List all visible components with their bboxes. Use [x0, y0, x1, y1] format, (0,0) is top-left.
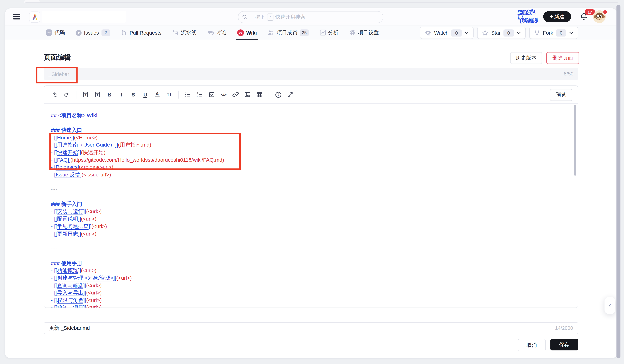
italic-icon[interactable]: I [115, 86, 128, 103]
chevron-down-icon [517, 31, 521, 34]
chevron-down-icon [465, 31, 469, 34]
hamburger-menu-icon[interactable] [13, 14, 20, 20]
editor-line[interactable]: - [[Home]](<Home>) [51, 134, 570, 141]
chat-icon [207, 29, 214, 36]
editor-scrollbar[interactable] [574, 105, 576, 176]
editor-line[interactable]: - [[用户指南（User Guide）]](用户指南.md) [51, 142, 570, 149]
help-icon[interactable]: ? [272, 86, 284, 103]
editor-blank-line[interactable] [51, 193, 570, 201]
commit-message-input[interactable]: 更新 _Sidebar.md 14/2000 [44, 322, 578, 334]
search-icon [238, 11, 251, 23]
svg-text:2: 2 [97, 94, 98, 97]
history-version-button[interactable]: 历史版本 [510, 52, 542, 64]
search-placeholder-prefix: 按下 [255, 14, 265, 21]
editor-line[interactable]: - [[导入与导出]](<url>) [51, 289, 570, 297]
editor-line[interactable]: ### 使用手册 [51, 260, 570, 267]
editor-line[interactable]: - [[快速开始]](快速开始) [51, 149, 570, 156]
editor-line[interactable]: - [Releases](<release-url>) [51, 164, 570, 171]
underline-icon[interactable]: U [139, 86, 151, 103]
gitcode-logo[interactable] [29, 11, 40, 23]
fork-button[interactable]: Fork 0 [529, 27, 578, 39]
delete-page-button[interactable]: 删除页面 [546, 52, 579, 64]
developer-support-program-badge[interactable]: 开发者超级 扶持计划 [518, 10, 540, 23]
editor-line[interactable]: - [[配置说明]](<url>) [51, 216, 570, 223]
editor-blank-line[interactable] [51, 252, 570, 260]
page-title: 页面编辑 [44, 53, 71, 62]
strikethrough-icon[interactable]: S [127, 86, 139, 103]
issue-icon [76, 30, 81, 35]
tab-label: 代码 [54, 29, 65, 36]
new-button[interactable]: + 新建 [543, 11, 571, 22]
heading-2-icon[interactable]: 2 [92, 86, 104, 103]
image-icon[interactable] [241, 86, 254, 103]
page-name-input[interactable]: _Sidebar 8/50 [44, 68, 578, 80]
tab-pipelines[interactable]: 流水线 [172, 25, 196, 40]
link-icon[interactable] [230, 86, 242, 103]
collapse-panel-button[interactable]: ‹ [604, 297, 615, 314]
editor-line[interactable]: - [[更新日志]](<url>) [51, 230, 570, 238]
editor-line[interactable]: ### 快速入口 [51, 127, 570, 134]
editor-line[interactable]: ## <项目名称> Wiki [51, 112, 570, 119]
tab-label: Wiki [246, 30, 257, 35]
editor-line[interactable]: - [[查询与筛选]](<url>) [51, 282, 570, 289]
code-icon[interactable]: </> [218, 86, 230, 103]
tab-code[interactable]: <> 代码 [46, 25, 65, 40]
bold-icon[interactable]: B [104, 86, 115, 103]
table-icon[interactable] [254, 86, 265, 103]
editor-blank-line[interactable] [51, 238, 570, 245]
promo-line-2: 扶持计划 [520, 18, 538, 23]
editor-line[interactable]: --- [51, 245, 570, 252]
editor-content[interactable]: ## <项目名称> Wiki ### 快速入口- [[Home]](<Home>… [44, 103, 578, 308]
page-name-char-counter: 8/50 [564, 68, 573, 80]
toolbar-divider [269, 91, 269, 99]
redo-icon[interactable] [61, 86, 73, 103]
tab-settings[interactable]: 项目设置 [349, 25, 379, 40]
task-list-icon[interactable] [206, 86, 218, 103]
editor-line[interactable]: - [[通知与消息]](<url>) [51, 304, 570, 308]
heading-1-icon[interactable]: 1 [79, 86, 92, 103]
commit-message-value: 更新 _Sidebar.md [49, 323, 90, 334]
svg-text:1: 1 [85, 94, 86, 97]
editor-line[interactable]: - [[权限与角色]](<url>) [51, 297, 570, 304]
star-button[interactable]: Star 0 [477, 27, 526, 39]
font-size-icon[interactable]: тT [163, 86, 175, 103]
tab-analytics[interactable]: 分析 [319, 25, 339, 40]
repo-tabs: <> 代码 Issues 2 Pull Requests 流水线 [46, 25, 379, 40]
editor-blank-line[interactable] [51, 179, 570, 186]
tab-label: 分析 [328, 29, 338, 36]
tab-wiki[interactable]: W Wiki [237, 25, 257, 40]
editor-toolbar: 12BISUAтT123</>? 预览 [44, 86, 578, 104]
avatar-status-dot [603, 10, 607, 14]
page-scrollbar[interactable] [617, 5, 621, 358]
editor-line[interactable]: ### 新手入门 [51, 201, 570, 208]
editor-line[interactable]: - [[功能概览]](<url>) [51, 267, 570, 274]
fullscreen-icon[interactable] [284, 86, 296, 103]
undo-icon[interactable] [49, 86, 61, 103]
editor-line[interactable]: - [[创建与管理 <对象/资源>]](<url>) [51, 275, 570, 282]
repo-tabbar: <> 代码 Issues 2 Pull Requests 流水线 [5, 25, 617, 40]
tab-members[interactable]: 项目成员 25 [268, 25, 309, 40]
tab-label: Pull Requests [130, 30, 161, 35]
tab-issues[interactable]: Issues 2 [76, 25, 110, 40]
editor-line[interactable]: - [Issue 反馈](<issue-url>) [51, 171, 570, 179]
pull-request-icon [121, 29, 127, 36]
tab-discussions[interactable]: 讨论 [207, 25, 226, 40]
watch-icon [424, 30, 431, 36]
project-name-placeholder [42, 11, 126, 23]
editor-line[interactable]: --- [51, 186, 570, 193]
bulleted-list-icon[interactable] [182, 86, 194, 103]
pipeline-icon [172, 29, 179, 36]
editor-line[interactable]: - [[FAQ]](https://gitcode.com/Hello_worl… [51, 157, 570, 164]
editor-line[interactable]: - [[常见问题排查]](<url>) [51, 223, 570, 230]
editor-line[interactable]: - [[安装与运行]](<url>) [51, 208, 570, 215]
preview-button[interactable]: 预览 [550, 89, 572, 101]
font-color-icon[interactable]: A [151, 86, 163, 103]
cancel-button[interactable]: 取消 [518, 339, 546, 351]
watch-button[interactable]: Watch 0 [420, 27, 473, 39]
numbered-list-icon[interactable]: 123 [194, 86, 206, 103]
save-button[interactable]: 保存 [550, 339, 578, 350]
global-search-input[interactable]: 按下 / 快速开启搜索 [238, 11, 383, 23]
analytics-icon [319, 29, 326, 36]
tab-pull-requests[interactable]: Pull Requests [121, 25, 161, 40]
editor-blank-line[interactable] [51, 119, 570, 127]
